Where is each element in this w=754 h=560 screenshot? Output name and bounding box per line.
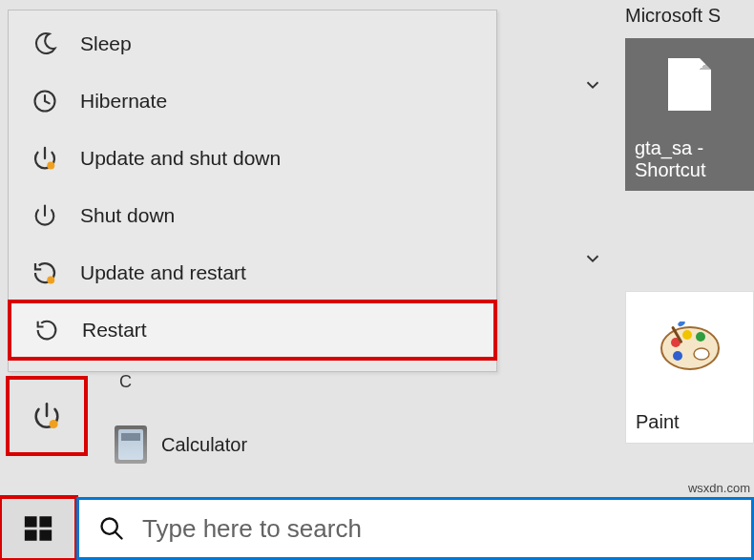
svg-point-2 (47, 277, 54, 284)
power-item-restart[interactable]: Restart (10, 301, 495, 359)
restart-icon (32, 316, 61, 344)
power-item-label: Update and shut down (80, 147, 281, 170)
power-item-label: Sleep (80, 32, 132, 55)
svg-rect-13 (39, 516, 52, 527)
start-menu: C Calculator Sleep Hibernate Update and … (0, 0, 616, 497)
svg-point-3 (50, 420, 58, 428)
svg-rect-15 (39, 529, 52, 540)
power-update-icon (31, 400, 63, 432)
windows-icon (22, 512, 54, 545)
power-item-sleep[interactable]: Sleep (8, 15, 497, 73)
restart-update-icon (31, 259, 59, 287)
tile-label: gta_sa - Shortcut (625, 130, 754, 191)
app-group-letter[interactable]: C (119, 372, 247, 392)
power-icon (31, 201, 59, 230)
svg-point-11 (677, 321, 685, 327)
search-input[interactable] (140, 513, 751, 545)
paint-icon (626, 292, 753, 404)
power-item-label: Hibernate (80, 90, 167, 113)
power-item-shutdown[interactable]: Shut down (8, 187, 497, 244)
app-list: C Calculator (115, 363, 247, 464)
tile-gta-shortcut[interactable]: gta_sa - Shortcut (625, 38, 754, 191)
calculator-icon (115, 425, 147, 464)
tile-paint[interactable]: Paint (625, 291, 754, 444)
svg-point-5 (694, 348, 709, 360)
power-item-hibernate[interactable]: Hibernate (8, 73, 497, 130)
svg-point-7 (682, 330, 692, 340)
power-item-label: Update and restart (80, 261, 246, 284)
start-tiles: Microsoft S gta_sa - Shortcut Paint (616, 0, 754, 497)
moon-icon (31, 30, 59, 58)
svg-point-9 (673, 351, 682, 361)
app-item-label: Calculator (161, 434, 247, 456)
power-button[interactable] (8, 378, 86, 454)
power-item-label: Restart (82, 319, 147, 342)
search-box[interactable] (76, 497, 754, 560)
start-button[interactable] (0, 497, 76, 560)
search-icon (98, 514, 125, 543)
document-icon (625, 38, 754, 130)
tile-group-label[interactable]: Microsoft S (616, 0, 754, 31)
app-item-calculator[interactable]: Calculator (115, 425, 247, 464)
svg-point-1 (47, 162, 54, 170)
tile-label: Paint (626, 404, 753, 443)
taskbar (0, 497, 754, 560)
svg-rect-12 (25, 516, 37, 527)
power-item-update-restart[interactable]: Update and restart (8, 244, 497, 301)
power-update-icon (31, 144, 59, 173)
power-menu: Sleep Hibernate Update and shut down Shu… (8, 10, 497, 372)
power-item-update-shutdown[interactable]: Update and shut down (8, 130, 497, 187)
power-item-label: Shut down (80, 204, 175, 227)
chevron-down-icon[interactable] (582, 74, 603, 100)
svg-rect-14 (25, 529, 37, 540)
svg-point-8 (696, 332, 705, 342)
chevron-down-icon[interactable] (582, 248, 603, 274)
clock-icon (31, 87, 59, 115)
watermark: wsxdn.com (688, 481, 750, 495)
